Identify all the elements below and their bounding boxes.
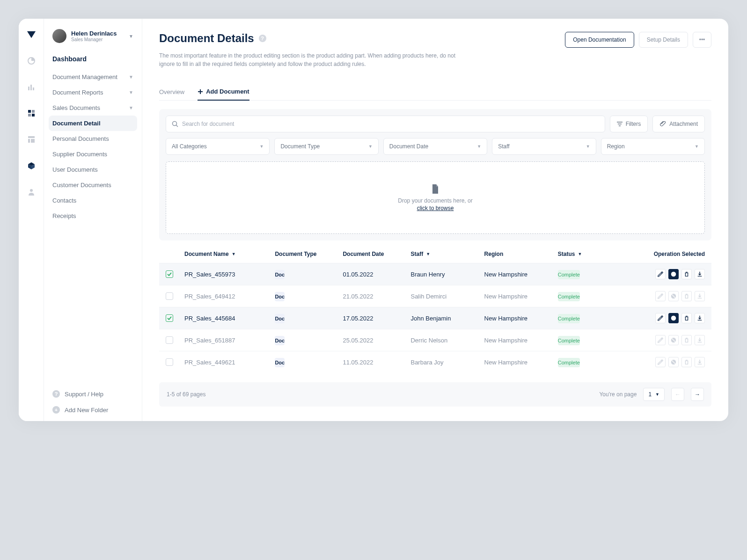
- edit-button[interactable]: [655, 269, 666, 279]
- cell-date: 25.05.2022: [343, 337, 410, 344]
- user-menu[interactable]: Helen Derinlacs Sales Manager ▼: [44, 29, 142, 43]
- search-input[interactable]: [182, 121, 599, 127]
- sidebar-item-label: Receipts: [52, 212, 76, 219]
- sidebar-item[interactable]: Sales Documents▼: [44, 100, 142, 116]
- cell-date: 17.05.2022: [343, 315, 410, 322]
- svg-rect-10: [31, 139, 35, 143]
- sidebar-item[interactable]: Document Reports▼: [44, 85, 142, 100]
- table-row: PR_Sales_651887 Doc 25.05.2022 Derric Ne…: [159, 329, 711, 351]
- th-status[interactable]: Status▼: [558, 251, 626, 257]
- cell-date: 01.05.2022: [343, 271, 410, 278]
- cancel-button[interactable]: [668, 291, 679, 301]
- delete-button[interactable]: [681, 313, 692, 323]
- delete-button[interactable]: [681, 335, 692, 345]
- chevron-down-icon: ▼: [259, 144, 264, 149]
- cancel-button[interactable]: [668, 357, 679, 367]
- filter-select[interactable]: Document Date▼: [383, 138, 487, 155]
- cell-staff: Braun Henry: [410, 271, 484, 278]
- add-folder-button[interactable]: + Add New Folder: [52, 406, 133, 414]
- dropzone-browse-link[interactable]: click to browse: [417, 205, 454, 211]
- sidebar-item-label: User Documents: [52, 166, 98, 173]
- chevron-down-icon: ▼: [586, 144, 590, 149]
- th-name[interactable]: Document Name▼: [184, 251, 275, 257]
- cancel-button[interactable]: [668, 269, 679, 279]
- user-role: Sales Manager: [71, 37, 124, 42]
- cancel-button[interactable]: [668, 335, 679, 345]
- filters-button[interactable]: Filters: [610, 116, 648, 132]
- logo-icon[interactable]: [27, 30, 36, 39]
- filter-select[interactable]: All Categories▼: [166, 138, 270, 155]
- filter-select[interactable]: Staff▼: [492, 138, 596, 155]
- grid-icon[interactable]: [27, 109, 36, 118]
- dropzone-text: Drop your documents here, or: [398, 197, 472, 204]
- edit-button[interactable]: [655, 313, 666, 323]
- sidebar-item[interactable]: Personal Documents: [44, 131, 142, 146]
- th-staff[interactable]: Staff▼: [410, 251, 484, 257]
- chevron-down-icon: ▼: [129, 74, 133, 80]
- sidebar-item[interactable]: Receipts: [44, 208, 142, 224]
- layout-icon[interactable]: [27, 135, 36, 144]
- download-button[interactable]: [695, 357, 705, 367]
- sidebar-item[interactable]: Supplier Documents: [44, 146, 142, 162]
- dropzone[interactable]: Drop your documents here, or click to br…: [166, 161, 705, 234]
- download-button[interactable]: [695, 291, 705, 301]
- open-documentation-button[interactable]: Open Documentation: [565, 32, 634, 48]
- edit-button[interactable]: [655, 357, 666, 367]
- sidebar-item[interactable]: Document Management▼: [44, 69, 142, 85]
- row-checkbox[interactable]: [166, 292, 173, 300]
- bar-chart-icon[interactable]: [27, 82, 36, 92]
- delete-button[interactable]: [681, 269, 692, 279]
- cell-type: Doc: [275, 314, 285, 323]
- pie-icon[interactable]: [27, 56, 36, 65]
- support-link[interactable]: ? Support / Help: [52, 390, 133, 398]
- cell-type: Doc: [275, 270, 285, 279]
- prev-page-button[interactable]: ←: [671, 388, 684, 401]
- cell-date: 21.05.2022: [343, 293, 410, 300]
- user-icon[interactable]: [27, 187, 36, 196]
- nav-heading: Dashboard: [44, 55, 142, 63]
- cell-region: New Hampshire: [484, 315, 558, 322]
- download-button[interactable]: [695, 335, 705, 345]
- tab-overview[interactable]: Overview: [159, 83, 184, 100]
- cell-type: Doc: [275, 292, 285, 301]
- row-checkbox[interactable]: [166, 270, 173, 278]
- filter-select-label: Staff: [498, 143, 509, 150]
- cell-region: New Hampshire: [484, 293, 558, 300]
- chevron-down-icon: ▼: [129, 34, 133, 39]
- add-folder-label: Add New Folder: [65, 407, 108, 414]
- cell-region: New Hampshire: [484, 271, 558, 278]
- cell-staff: John Benjamin: [410, 315, 484, 322]
- filter-select[interactable]: Region▼: [601, 138, 705, 155]
- th-type: Document Type: [275, 251, 343, 257]
- attachment-button[interactable]: Attachment: [652, 116, 705, 132]
- svg-rect-7: [32, 114, 35, 116]
- row-checkbox[interactable]: [166, 314, 173, 322]
- help-icon[interactable]: ?: [259, 35, 266, 42]
- more-button[interactable]: •••: [693, 32, 711, 48]
- sidebar-item[interactable]: Document Detail: [49, 116, 137, 131]
- delete-button[interactable]: [681, 291, 692, 301]
- cell-status: Complete: [558, 336, 580, 345]
- filter-select[interactable]: Document Type▼: [274, 138, 378, 155]
- page-select[interactable]: 1 ▼: [643, 388, 665, 401]
- edit-button[interactable]: [655, 335, 666, 345]
- download-button[interactable]: [695, 313, 705, 323]
- cancel-button[interactable]: [668, 313, 679, 323]
- download-button[interactable]: [695, 269, 705, 279]
- delete-button[interactable]: [681, 357, 692, 367]
- sidebar-item[interactable]: Contacts: [44, 193, 142, 208]
- sidebar-item[interactable]: Customer Documents: [44, 177, 142, 193]
- filter-icon: [617, 122, 622, 126]
- setup-details-button[interactable]: Setup Details: [639, 32, 688, 48]
- row-checkbox[interactable]: [166, 358, 173, 366]
- next-page-button[interactable]: →: [691, 388, 704, 401]
- row-checkbox[interactable]: [166, 336, 173, 344]
- edit-button[interactable]: [655, 291, 666, 301]
- table-row: PR_Sales_445684 Doc 17.05.2022 John Benj…: [159, 307, 711, 329]
- sidebar-item[interactable]: User Documents: [44, 162, 142, 177]
- tab-add-document[interactable]: Add Document: [198, 83, 249, 101]
- app-window: Helen Derinlacs Sales Manager ▼ Dashboar…: [19, 19, 728, 421]
- svg-rect-3: [33, 87, 34, 90]
- box-icon[interactable]: [27, 161, 36, 170]
- document-icon: [432, 184, 439, 194]
